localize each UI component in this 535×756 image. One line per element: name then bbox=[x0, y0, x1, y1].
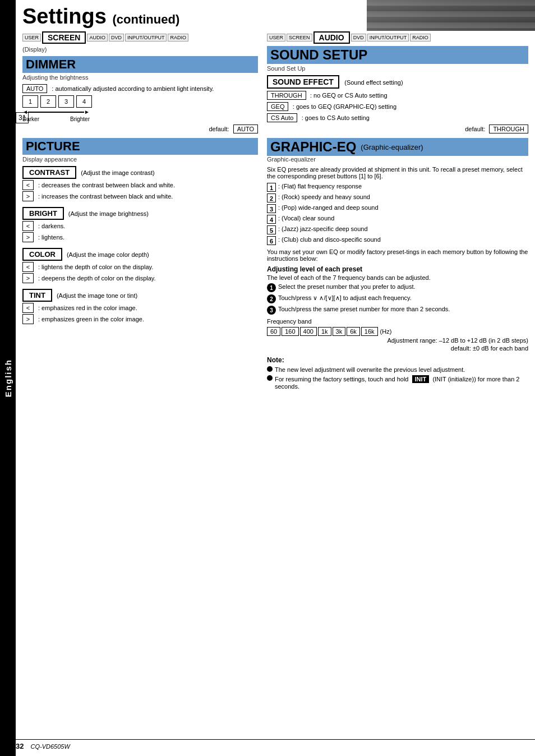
contrast-decrease-btn[interactable]: < bbox=[22, 180, 34, 190]
contrast-subsection: CONTRAST (Adjust the image contrast) < :… bbox=[22, 166, 258, 201]
tab-audio-right[interactable]: AUDIO bbox=[313, 31, 350, 44]
step3-text: Touch/press the same preset number for m… bbox=[278, 306, 450, 312]
picture-title: PICTURE bbox=[26, 139, 80, 154]
tab-input-output[interactable]: INPUT/OUTPUT bbox=[125, 34, 167, 42]
graphic-eq-intro: Six EQ presets are already provided at s… bbox=[267, 166, 528, 179]
continued-text: (continued) bbox=[112, 12, 179, 26]
two-column-layout: USER SCREEN AUDIO DVD INPUT/OUTPUT RADIO… bbox=[22, 31, 528, 392]
preset-desc-5: : (Jazz) jazz-specific deep sound bbox=[278, 225, 368, 232]
contrast-decrease-desc: : decreases the contrast between black a… bbox=[38, 182, 175, 188]
sidebar: English bbox=[0, 0, 16, 756]
note-text-2: For resuming the factory settings, touch… bbox=[275, 375, 528, 390]
footer-model: CQ-VD6505W bbox=[30, 743, 70, 750]
screen-tab-bar: USER SCREEN AUDIO DVD INPUT/OUTPUT RADIO bbox=[22, 31, 258, 44]
csauto-row: CS Auto : goes to CS Auto setting bbox=[267, 113, 528, 122]
color-decrease-btn[interactable]: < bbox=[22, 262, 34, 272]
sound-effect-row: SOUND EFFECT (Sound effect setting) bbox=[267, 75, 528, 89]
tint-label-row: TINT (Adjust the image tone or tint) bbox=[22, 289, 258, 302]
dimmer-box-4[interactable]: 4 bbox=[76, 95, 92, 108]
geq-row: GEQ : goes to GEQ (GRAPHIC-EQ) setting bbox=[267, 102, 528, 111]
tab-radio-right[interactable]: RADIO bbox=[410, 34, 431, 42]
tab-audio[interactable]: AUDIO bbox=[87, 34, 108, 42]
custom-text: You may set your own EQ or modify factor… bbox=[267, 248, 528, 262]
preset-badge-5: 5 bbox=[267, 225, 276, 234]
step3-row: 3 Touch/press the same preset number for… bbox=[267, 306, 528, 315]
contrast-increase-btn[interactable]: > bbox=[22, 191, 34, 201]
tab-screen[interactable]: SCREEN bbox=[42, 31, 86, 44]
dimmer-title: DIMMER bbox=[26, 57, 76, 72]
note-bullet-2 bbox=[267, 375, 273, 381]
step1-circle: 1 bbox=[267, 283, 276, 292]
through-label[interactable]: THROUGH bbox=[267, 91, 306, 100]
freq-400: 400 bbox=[300, 327, 317, 336]
left-column: USER SCREEN AUDIO DVD INPUT/OUTPUT RADIO… bbox=[22, 31, 258, 392]
display-label: (Display) bbox=[22, 46, 258, 53]
step2-row: 2 Touch/press ∨ ∧/[∨][∧] to adjust each … bbox=[267, 294, 528, 303]
tab-dvd[interactable]: DVD bbox=[109, 34, 124, 42]
tab-user-right[interactable]: USER bbox=[267, 34, 285, 42]
through-row: THROUGH : no GEQ or CS Auto setting bbox=[267, 91, 528, 100]
bright-subsection: BRIGHT (Adjust the image brightness) < :… bbox=[22, 207, 258, 242]
bright-desc: (Adjust the image brightness) bbox=[68, 210, 149, 217]
footer-page-number: 32 bbox=[16, 742, 24, 750]
preset-badge-6: 6 bbox=[267, 236, 276, 245]
main-content: Settings (continued) 31 USER SCREEN AUDI… bbox=[16, 0, 535, 398]
color-increase-row: > : deepens the depth of color on the di… bbox=[22, 273, 258, 283]
dimmer-auto-row: AUTO : automatically adjusted according … bbox=[22, 84, 258, 93]
dimmer-box-3[interactable]: 3 bbox=[58, 95, 74, 108]
dimmer-box-2[interactable]: 2 bbox=[40, 95, 56, 108]
csauto-label[interactable]: CS Auto bbox=[267, 113, 297, 122]
step2-text: Touch/press ∨ ∧/[∨][∧] to adjust each fr… bbox=[278, 294, 412, 302]
sound-effect-label[interactable]: SOUND EFFECT bbox=[267, 75, 339, 89]
dimmer-labels: Darker Brighter bbox=[22, 116, 90, 122]
bright-label[interactable]: BRIGHT bbox=[22, 207, 64, 220]
bright-decrease-btn[interactable]: < bbox=[22, 221, 34, 231]
preset-item-1: 1 : (Flat) flat frequency response bbox=[267, 183, 528, 192]
tint-increase-btn[interactable]: > bbox=[22, 314, 34, 324]
note-text-1: The new level adjustment will overwrite … bbox=[275, 366, 465, 373]
note-bullet-1 bbox=[267, 366, 273, 372]
bright-decrease-desc: : darkens. bbox=[38, 223, 65, 229]
contrast-label-row: CONTRAST (Adjust the image contrast) bbox=[22, 166, 258, 179]
auto-label[interactable]: AUTO bbox=[22, 84, 47, 93]
tab-input-output-right[interactable]: INPUT/OUTPUT bbox=[367, 34, 409, 42]
freq-band-row: 60 160 400 1k 3k 6k 16k (Hz) bbox=[267, 327, 528, 336]
tab-screen-right[interactable]: SCREEN bbox=[287, 34, 312, 42]
preset-list: 1 : (Flat) flat frequency response 2 : (… bbox=[267, 183, 528, 245]
preset-badge-3: 3 bbox=[267, 204, 276, 213]
bright-decrease-row: < : darkens. bbox=[22, 221, 258, 231]
color-increase-btn[interactable]: > bbox=[22, 273, 34, 283]
sound-effect-desc: (Sound effect setting) bbox=[344, 79, 403, 86]
picture-subtitle: Display appearance bbox=[22, 156, 258, 163]
init-box: INIT bbox=[412, 375, 430, 383]
note-item-1: The new level adjustment will overwrite … bbox=[267, 366, 528, 373]
note2-text: For resuming the factory settings, touch… bbox=[275, 376, 408, 382]
dimmer-default-line: default: AUTO bbox=[22, 125, 258, 133]
contrast-label[interactable]: CONTRAST bbox=[22, 166, 76, 179]
preset-item-4: 4 : (Vocal) clear sound bbox=[267, 215, 528, 224]
step1-text: Select the preset number that you prefer… bbox=[278, 283, 416, 290]
footer: 32 CQ-VD6505W bbox=[16, 739, 535, 750]
dimmer-default-value: AUTO bbox=[233, 125, 258, 133]
contrast-decrease-row: < : decreases the contrast between black… bbox=[22, 180, 258, 190]
sound-setup-header: SOUND SETUP bbox=[267, 46, 528, 64]
tint-decrease-btn[interactable]: < bbox=[22, 303, 34, 313]
bright-increase-desc: : lightens. bbox=[38, 234, 64, 241]
geq-desc: : goes to GEQ (GRAPHIC-EQ) setting bbox=[293, 103, 396, 110]
preset-desc-1: : (Flat) flat frequency response bbox=[278, 183, 362, 190]
dimmer-section-header: DIMMER bbox=[22, 56, 258, 73]
dimmer-box-1[interactable]: 1 bbox=[22, 95, 38, 108]
geq-label[interactable]: GEQ bbox=[267, 102, 288, 111]
tab-dvd-right[interactable]: DVD bbox=[351, 34, 366, 42]
sound-setup-subtitle: Sound Set Up bbox=[267, 65, 528, 72]
tint-label[interactable]: TINT bbox=[22, 289, 52, 302]
contrast-desc: (Adjust the image contrast) bbox=[81, 169, 154, 176]
color-label[interactable]: COLOR bbox=[22, 248, 62, 261]
tab-user[interactable]: USER bbox=[22, 34, 41, 42]
graphic-eq-header: GRAPHIC-EQ (Graphic-equalizer) bbox=[267, 138, 528, 156]
preset-badge-4: 4 bbox=[267, 215, 276, 224]
bright-increase-btn[interactable]: > bbox=[22, 232, 34, 242]
tint-desc: (Adjust the image tone or tint) bbox=[57, 292, 137, 299]
preset-desc-3: : (Pop) wide-ranged and deep sound bbox=[278, 204, 379, 211]
tab-radio[interactable]: RADIO bbox=[168, 34, 188, 42]
